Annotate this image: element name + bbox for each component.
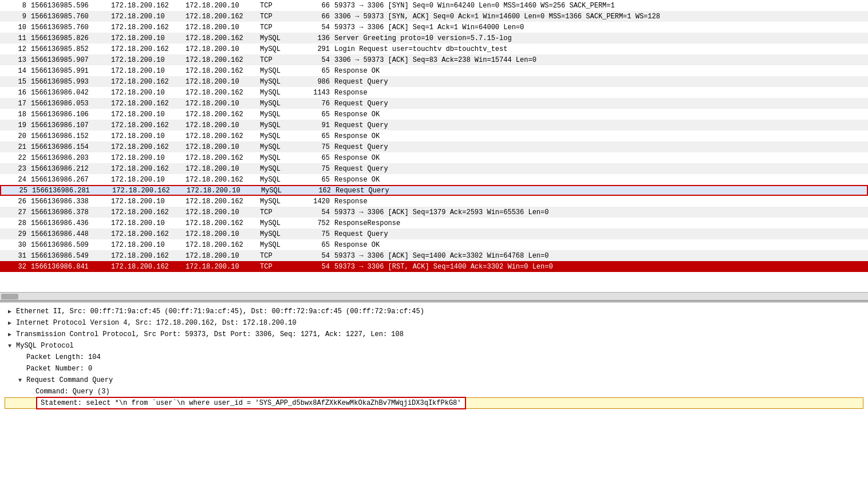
packet-row[interactable]: 28 1566136986.436 172.18.200.10 172.18.2… (0, 218, 868, 228)
packet-proto: MySQL (260, 154, 306, 162)
packet-row[interactable]: 32 1566136986.841 172.18.200.162 172.18.… (0, 261, 868, 272)
packet-time: 1566136986.106 (31, 111, 111, 119)
packet-proto: TCP (260, 23, 306, 31)
packet-src: 172.18.200.162 (111, 121, 186, 129)
packet-dst: 172.18.200.162 (186, 13, 260, 21)
packet-info: 59373 → 3306 [RST, ACK] Seq=1400 Ack=330… (334, 263, 866, 271)
packet-info: Server Greeting proto=10 version=5.7.15-… (334, 34, 866, 42)
packet-row[interactable]: 9 1566136985.760 172.18.200.10 172.18.20… (0, 11, 868, 22)
packet-no: 12 (2, 45, 31, 53)
packet-dst: 172.18.200.162 (186, 154, 260, 162)
packet-no: 15 (2, 78, 31, 86)
packet-len: 75 (306, 143, 334, 151)
packet-row[interactable]: 26 1566136986.338 172.18.200.10 172.18.2… (0, 196, 868, 207)
packet-row[interactable]: 15 1566136985.993 172.18.200.162 172.18.… (0, 76, 868, 87)
packet-row[interactable]: 18 1566136986.106 172.18.200.10 172.18.2… (0, 109, 868, 120)
packet-dst: 172.18.200.162 (186, 241, 260, 249)
packet-no: 32 (2, 263, 31, 271)
packet-src: 172.18.200.162 (111, 45, 186, 53)
packet-time: 1566136985.760 (31, 13, 111, 21)
packet-row[interactable]: 14 1566136985.991 172.18.200.10 172.18.2… (0, 65, 868, 76)
packet-row[interactable]: 19 1566136986.107 172.18.200.162 172.18.… (0, 120, 868, 131)
packet-no: 9 (2, 13, 31, 21)
detail-row: Packet Length: 104 (5, 352, 863, 363)
expand-icon: ▶ (6, 330, 14, 338)
scrollbar-thumb[interactable] (1, 294, 18, 299)
packet-len: 54 (306, 23, 334, 31)
packet-time: 1566136986.509 (31, 241, 111, 249)
packet-len: 136 (306, 34, 334, 42)
packet-time: 1566136985.907 (31, 56, 111, 64)
expand-icon: ▼ (16, 376, 24, 384)
packet-row[interactable]: 30 1566136986.509 172.18.200.10 172.18.2… (0, 239, 868, 250)
packet-len: 91 (306, 121, 334, 129)
packet-row[interactable]: 11 1566136985.826 172.18.200.10 172.18.2… (0, 33, 868, 44)
packet-len: 75 (306, 165, 334, 173)
packet-no: 8 (2, 2, 31, 10)
packet-len: 66 (306, 13, 334, 21)
packet-info: 59373 → 3306 [ACK] Seq=1 Ack=1 Win=64000… (334, 23, 866, 31)
packet-no: 16 (2, 89, 31, 97)
packet-proto: MySQL (260, 45, 306, 53)
packet-len: 291 (306, 45, 334, 53)
packet-time: 1566136985.826 (31, 34, 111, 42)
packet-src: 172.18.200.162 (111, 165, 186, 173)
detail-row: Command: Query (3) (5, 386, 863, 397)
packet-time: 1566136986.107 (31, 121, 111, 129)
packet-dst: 172.18.200.10 (186, 45, 260, 53)
packet-row[interactable]: 23 1566136986.212 172.18.200.162 172.18.… (0, 163, 868, 174)
packet-src: 172.18.200.162 (111, 263, 186, 271)
packet-len: 752 (306, 219, 334, 227)
packet-row[interactable]: 13 1566136985.907 172.18.200.10 172.18.2… (0, 54, 868, 65)
packet-no: 29 (2, 230, 31, 238)
detail-row: Packet Number: 0 (5, 363, 863, 374)
packet-no: 13 (2, 56, 31, 64)
packet-row[interactable]: 22 1566136986.203 172.18.200.10 172.18.2… (0, 152, 868, 163)
packet-time: 1566136986.203 (31, 154, 111, 162)
packet-row[interactable]: 17 1566136986.053 172.18.200.162 172.18.… (0, 98, 868, 109)
detail-row[interactable]: ▶Ethernet II, Src: 00:ff:71:9a:cf:45 (00… (5, 306, 863, 317)
packet-len: 54 (306, 263, 334, 271)
packet-row[interactable]: 31 1566136986.549 172.18.200.162 172.18.… (0, 250, 868, 261)
packet-len: 162 (307, 187, 336, 195)
packet-row[interactable]: 25 1566136986.281 172.18.200.162 172.18.… (0, 185, 868, 196)
detail-row[interactable]: ▼Request Command Query (5, 374, 863, 386)
packet-info: Request Query (334, 143, 866, 151)
detail-row[interactable]: ▼MySQL Protocol (5, 340, 863, 352)
detail-text: MySQL Protocol (16, 342, 74, 350)
packet-info: Request Query (336, 187, 865, 195)
detail-text: Transmission Control Protocol, Src Port:… (16, 330, 404, 338)
packet-len: 76 (306, 100, 334, 108)
packet-row[interactable]: 10 1566136985.760 172.18.200.162 172.18.… (0, 22, 868, 33)
packet-no: 30 (2, 241, 31, 249)
packet-row[interactable]: 24 1566136986.267 172.18.200.10 172.18.2… (0, 174, 868, 185)
packet-src: 172.18.200.10 (111, 219, 186, 227)
packet-no: 23 (2, 165, 31, 173)
packet-len: 65 (306, 154, 334, 162)
packet-src: 172.18.200.10 (111, 154, 186, 162)
packet-no: 28 (2, 219, 31, 227)
packet-row[interactable]: 29 1566136986.448 172.18.200.162 172.18.… (0, 228, 868, 239)
detail-text: Packet Number: 0 (26, 365, 92, 373)
packet-time: 1566136985.991 (31, 67, 111, 75)
packet-time: 1566136986.267 (31, 176, 111, 184)
packet-row[interactable]: 12 1566136985.852 172.18.200.162 172.18.… (0, 44, 868, 54)
packet-len: 54 (306, 208, 334, 216)
packet-len: 1420 (306, 198, 334, 206)
packet-time: 1566136985.852 (31, 45, 111, 53)
packet-row[interactable]: 16 1566136986.042 172.18.200.10 172.18.2… (0, 87, 868, 98)
horizontal-scrollbar[interactable] (0, 292, 868, 300)
packet-no: 25 (3, 187, 32, 195)
packet-info: Response OK (334, 176, 866, 184)
packet-row[interactable]: 27 1566136986.378 172.18.200.162 172.18.… (0, 207, 868, 218)
packet-row[interactable]: 20 1566136986.152 172.18.200.10 172.18.2… (0, 131, 868, 141)
packet-row[interactable]: 21 1566136986.154 172.18.200.162 172.18.… (0, 141, 868, 152)
packet-row[interactable]: 8 1566136985.596 172.18.200.162 172.18.2… (0, 0, 868, 11)
detail-row[interactable]: ▶Transmission Control Protocol, Src Port… (5, 329, 863, 340)
packet-no: 22 (2, 154, 31, 162)
packet-dst: 172.18.200.162 (186, 132, 260, 140)
packet-len: 65 (306, 132, 334, 140)
detail-row[interactable]: ▶Internet Protocol Version 4, Src: 172.1… (5, 317, 863, 329)
packet-dst: 172.18.200.162 (186, 67, 260, 75)
packet-src: 172.18.200.10 (111, 56, 186, 64)
